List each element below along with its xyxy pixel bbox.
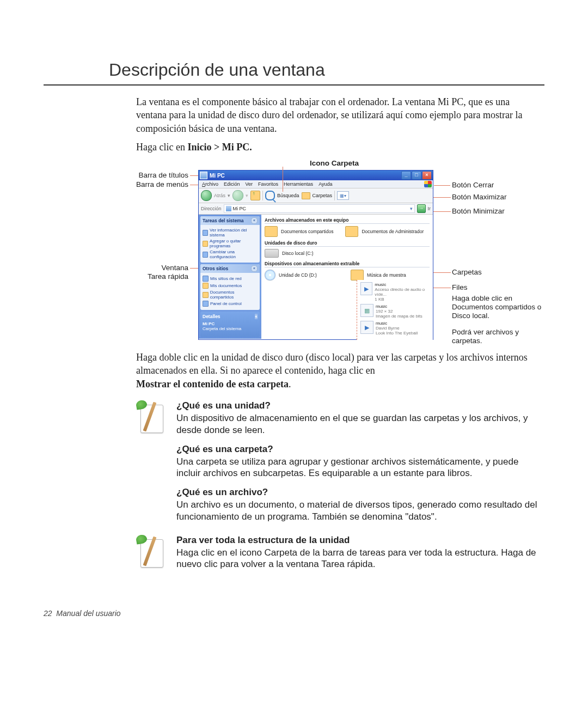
- label-menubar: Barra de menús: [118, 180, 188, 188]
- titlebar[interactable]: Mi PC _ □ ×: [199, 170, 433, 180]
- menubar[interactable]: Archivo Edición Ver Favoritos Herramient…: [199, 180, 433, 188]
- cd-icon: [265, 270, 275, 281]
- collapse-icon[interactable]: «: [255, 314, 258, 319]
- play-icon: ▶: [360, 282, 372, 295]
- item-shared-docs[interactable]: Documentos compartidos: [265, 226, 333, 237]
- collapse-icon[interactable]: «: [251, 217, 258, 224]
- file-dim: 192 × 32: [376, 309, 422, 314]
- go-button[interactable]: →: [417, 204, 426, 213]
- label-quicktask: Tarea rápida: [127, 272, 188, 281]
- link-network[interactable]: Mis sitios de red: [203, 276, 258, 282]
- definition-block-1: ¿Qué es una unidad? Un dispositivo de al…: [136, 400, 544, 531]
- label-dblclick-1: Haga doble clic en: [452, 294, 512, 302]
- footer-pagenum: 22: [44, 609, 52, 618]
- leader-close: [434, 185, 450, 186]
- label-files: Files: [452, 283, 468, 291]
- folder-icon: [203, 283, 209, 289]
- item-hdd[interactable]: Disco local (C:): [265, 249, 314, 258]
- other-places-box: Otros sitios« Mis sitios de red Mis docu…: [200, 264, 260, 310]
- file-artist: David Byrne: [376, 326, 418, 331]
- intro-paragraph: La ventana es el componente básico al tr…: [136, 95, 539, 135]
- go-label: Ir: [428, 206, 431, 211]
- task-config[interactable]: Cambiar una configuración: [203, 249, 258, 259]
- address-label: Dirección: [201, 206, 222, 211]
- item-cd[interactable]: Unidad de CD (D:): [265, 270, 317, 281]
- item-admin-docs[interactable]: Documentos de Administrador: [345, 226, 424, 237]
- def-a-file: Un archivo es un documento, o material d…: [176, 499, 539, 523]
- content-pane: Archivos almacenados en este equipo Docu…: [261, 215, 433, 339]
- gear-icon: [203, 252, 208, 258]
- def-q-unit: ¿Qué es una unidad?: [176, 400, 539, 411]
- play-icon: ▶: [360, 321, 373, 334]
- search-icon[interactable]: [265, 191, 275, 200]
- menu-archivo[interactable]: Archivo: [202, 181, 218, 187]
- title-rule: [44, 84, 544, 86]
- menu-ver[interactable]: Ver: [246, 181, 253, 187]
- folder-icon: [351, 270, 364, 281]
- back-button[interactable]: [201, 190, 212, 201]
- menu-ayuda[interactable]: Ayuda: [318, 181, 332, 187]
- address-icon: [226, 206, 231, 211]
- file-name: music: [376, 304, 422, 309]
- system-tasks-header[interactable]: Tareas del sistema: [203, 218, 243, 223]
- menu-favoritos[interactable]: Favoritos: [258, 181, 278, 187]
- menu-edicion[interactable]: Edición: [224, 181, 240, 187]
- details-header: Detalles: [203, 314, 220, 319]
- xp-logo-icon: [424, 181, 432, 187]
- up-button[interactable]: [250, 191, 260, 200]
- image-icon: ▩: [360, 304, 373, 317]
- close-button[interactable]: ×: [422, 171, 432, 180]
- footer-text: Manual del usuario: [56, 609, 120, 618]
- label-window: Ventana: [140, 264, 188, 272]
- file-name: music: [376, 321, 418, 326]
- file-item-audio[interactable]: ▶ music David Byrne Look Into The Eyebal…: [360, 321, 433, 336]
- drive-icon: [265, 249, 279, 258]
- task-add-remove[interactable]: Agregar o quitar programas: [203, 239, 258, 248]
- link-shared[interactable]: Documentos compartidos: [203, 290, 258, 300]
- window-title-text: Mi PC: [210, 173, 225, 179]
- address-value: Mi PC: [233, 206, 247, 211]
- def-a-structure: Haga clic en el icono Carpeta de la barr…: [176, 547, 539, 571]
- other-places-header[interactable]: Otros sitios: [203, 266, 228, 271]
- file-item-shortcut[interactable]: ▶ music Acceso directo de audio o víde..…: [360, 282, 433, 302]
- folder-icon: [345, 226, 358, 237]
- minimize-button[interactable]: _: [401, 171, 411, 180]
- label-dblclick-2: Documentos compartidos o Disco local.: [452, 303, 544, 320]
- task-sys-info[interactable]: Ver información del sistema: [203, 228, 258, 237]
- addressbar: Dirección Mi PC ▾ → Ir: [199, 203, 433, 215]
- item-sample-music[interactable]: Música de muestra: [351, 270, 406, 281]
- page-footer: 22 Manual del usuario: [44, 609, 121, 618]
- link-control[interactable]: Panel de control: [203, 301, 258, 307]
- label-folders: Carpetas: [452, 268, 482, 276]
- details-line1: Mi PC: [203, 321, 258, 326]
- followup-paragraph: Haga doble clic en la unidad de disco du…: [136, 351, 539, 391]
- file-item-bitmap[interactable]: ▩ music 192 × 32 Imagen de mapa de bits: [360, 304, 433, 319]
- label-titlebar: Barra de títulos: [118, 171, 188, 179]
- link-mydocs[interactable]: Mis documentos: [203, 283, 258, 289]
- maximize-button[interactable]: □: [412, 171, 421, 180]
- collapse-icon[interactable]: «: [251, 265, 258, 272]
- label-dblclick-3: Podrá ver archivos y carpetas.: [452, 328, 544, 345]
- def-a-folder: Una carpeta se utiliza para agrupar y ge…: [176, 456, 539, 480]
- leader-menubar: [190, 185, 198, 185]
- section-stored-files: Archivos almacenados en este equipo: [265, 217, 430, 224]
- folders-label: Carpetas: [313, 193, 333, 198]
- box-icon: [203, 241, 208, 247]
- leader-titlebar: [190, 175, 198, 176]
- folders-toolbar-icon[interactable]: [302, 192, 310, 199]
- followup-bold: Mostrar el contenido de esta carpeta: [136, 379, 289, 389]
- menu-herramientas[interactable]: Herramientas: [284, 181, 313, 187]
- views-button[interactable]: ▦▾: [337, 191, 349, 200]
- info-icon: [203, 230, 208, 236]
- details-line2: Carpeta del sistema: [203, 326, 258, 331]
- back-label: Atrás: [214, 193, 225, 198]
- search-label: Búsqueda: [277, 193, 299, 198]
- system-tasks-box: Tareas del sistema« Ver información del …: [200, 216, 260, 263]
- address-field[interactable]: Mi PC ▾: [224, 204, 415, 213]
- label-close: Botón Cerrar: [452, 181, 494, 189]
- instruction-bold: Inicio > Mi PC.: [187, 142, 252, 153]
- forward-button[interactable]: [232, 190, 243, 201]
- details-box: Detalles« Mi PC Carpeta del sistema: [200, 312, 260, 337]
- def-q-structure: Para ver toda la estructura de la unidad: [176, 535, 539, 546]
- def-q-folder: ¿Qué es una carpeta?: [176, 444, 539, 455]
